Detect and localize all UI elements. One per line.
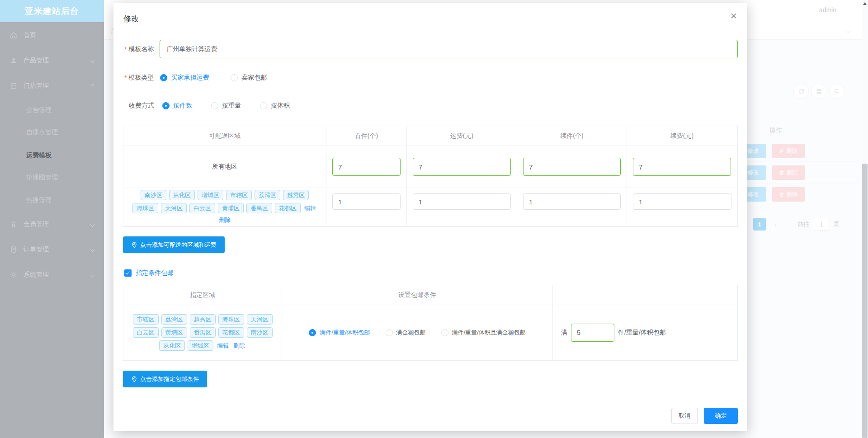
gear-icon xyxy=(10,271,17,278)
sidebar-item-home[interactable]: 首页 xyxy=(0,26,104,44)
sidebar-item-system[interactable]: 系统管理 xyxy=(0,266,104,284)
modal-title: 修改 xyxy=(123,14,139,24)
region-tag: 白云区 xyxy=(189,203,215,213)
add-condition-button[interactable]: 点击添加指定包邮条件 xyxy=(123,371,207,387)
chevron-down-icon xyxy=(90,222,95,226)
delete-button[interactable]: 删除 xyxy=(772,165,805,180)
conditional-free-shipping-checkbox[interactable]: 指定条件包邮 xyxy=(124,269,174,277)
delete-region-link[interactable]: 删除 xyxy=(219,216,231,224)
trash-icon xyxy=(779,192,784,197)
scroll-up-icon[interactable] xyxy=(863,2,867,5)
edit-region-link[interactable]: 编辑 xyxy=(217,342,229,350)
first-piece-input[interactable] xyxy=(332,193,401,210)
chevron-down-icon[interactable] xyxy=(846,29,851,33)
add-region-button[interactable]: 点击添加可配送的区域和运费 xyxy=(123,236,225,253)
template-name-input[interactable] xyxy=(160,40,738,58)
region-tag: 越秀区 xyxy=(190,314,216,325)
sidebar: 亚米建站后台 首页 产品管理 门店管理 公告管理 自提点管理 运费模板 轮播图管… xyxy=(0,0,104,438)
region-tag: 南沙区 xyxy=(141,190,166,200)
fee-cell xyxy=(407,146,517,188)
cancel-button[interactable]: 取消 xyxy=(671,408,698,424)
scrollbar[interactable] xyxy=(862,0,868,438)
next-fee-cell xyxy=(627,146,737,188)
threshold-prefix: 满 xyxy=(561,329,567,337)
chevron-down-icon xyxy=(90,58,95,63)
app-logo: 亚米建站后台 xyxy=(0,0,104,22)
delete-button[interactable]: 删除 xyxy=(772,187,805,202)
column-header: 运费(元) xyxy=(407,126,517,146)
radio-icon xyxy=(211,102,218,109)
region-tag: 白云区 xyxy=(133,327,159,338)
shop-icon xyxy=(10,82,17,89)
region-tag: 荔湾区 xyxy=(255,190,280,200)
charge-method-row: 收费方式 按件数 按重量 按体积 xyxy=(129,99,290,113)
column-settings-button[interactable] xyxy=(811,84,826,99)
shipping-fee-table: 可配送区域 首件(个) 运费(元) 续件(个) 续费(元) 所有地区 南沙区 从… xyxy=(123,126,738,227)
page-suffix: 页 xyxy=(834,220,840,228)
sidebar-subitem-shipping-templates[interactable]: 运费模板 xyxy=(0,147,104,164)
column-header xyxy=(553,285,737,305)
region-tag: 荔湾区 xyxy=(161,314,187,325)
region-tag: 海珠区 xyxy=(132,203,158,213)
confirm-button[interactable]: 确定 xyxy=(704,408,738,424)
radio-by-volume[interactable]: 按体积 xyxy=(260,102,290,110)
region-tag: 从化区 xyxy=(159,340,185,351)
next-fee-input[interactable] xyxy=(633,193,731,210)
radio-icon xyxy=(441,329,448,336)
sidebar-item-label: 产品管理 xyxy=(24,57,49,65)
radio-buyer-pays[interactable]: 买家承担运费 xyxy=(160,74,209,82)
chevron-down-icon xyxy=(90,273,95,277)
threshold-input[interactable] xyxy=(571,324,614,342)
region-tag: 花都区 xyxy=(218,327,244,338)
column-header: 指定区域 xyxy=(123,285,282,305)
region-tag: 市辖区 xyxy=(133,314,159,325)
region-tag: 黄埔区 xyxy=(218,203,244,213)
trash-icon xyxy=(779,170,784,175)
radio-seller-free[interactable]: 卖家包邮 xyxy=(231,74,267,82)
radio-full-amount-free[interactable]: 满金额包邮 xyxy=(386,329,426,337)
region-tag: 市辖区 xyxy=(226,190,252,200)
radio-piece-and-amount-free[interactable]: 满件/重量/体积且满金额包邮 xyxy=(441,329,526,337)
goto-page-input[interactable] xyxy=(813,218,830,231)
next-page-button[interactable]: › xyxy=(769,218,782,231)
template-type-label: 模板类型 xyxy=(128,74,154,82)
region-tag: 从化区 xyxy=(169,190,195,200)
next-piece-cell xyxy=(517,188,627,226)
refresh-icon xyxy=(798,88,805,95)
chevron-up-icon xyxy=(90,84,95,88)
sidebar-subitem-carousel[interactable]: 轮播图管理 xyxy=(0,170,104,186)
sidebar-item-orders[interactable]: 订单管理 xyxy=(0,240,104,259)
next-piece-input[interactable] xyxy=(523,193,621,210)
radio-by-piece[interactable]: 按件数 xyxy=(162,102,192,110)
close-icon[interactable]: ✕ xyxy=(730,11,737,21)
sidebar-subitem-hot-search[interactable]: 热搜管理 xyxy=(0,192,104,208)
edit-region-link[interactable]: 编辑 xyxy=(304,204,316,212)
sidebar-subitem-announcements[interactable]: 公告管理 xyxy=(0,102,104,118)
radio-by-weight[interactable]: 按重量 xyxy=(211,102,241,110)
page-number-active[interactable]: 1 xyxy=(753,218,766,231)
first-piece-input[interactable] xyxy=(332,158,401,176)
sidebar-item-label: 系统管理 xyxy=(24,271,49,279)
goto-label: 前往 xyxy=(797,220,809,228)
order-icon xyxy=(10,246,17,253)
sidebar-item-members[interactable]: 会员管理 xyxy=(0,215,104,233)
refresh-button[interactable] xyxy=(793,84,809,99)
delete-button[interactable]: 删除 xyxy=(772,144,805,158)
next-piece-input[interactable] xyxy=(523,158,621,176)
search-toggle-button[interactable] xyxy=(829,84,844,99)
fee-input[interactable] xyxy=(413,193,511,210)
radio-icon xyxy=(160,74,167,81)
chevron-down-icon xyxy=(90,247,95,252)
sidebar-item-products[interactable]: 产品管理 xyxy=(0,52,104,70)
sidebar-item-label: 订单管理 xyxy=(24,245,49,254)
fee-input[interactable] xyxy=(413,158,511,176)
next-fee-input[interactable] xyxy=(633,158,731,176)
user-menu[interactable]: admin xyxy=(819,6,836,14)
region-tag: 增城区 xyxy=(188,340,213,351)
radio-full-piece-free[interactable]: 满件/重量/体积包邮 xyxy=(309,329,370,337)
sidebar-item-label: 会员管理 xyxy=(24,220,49,228)
sidebar-item-stores[interactable]: 门店管理 xyxy=(0,77,104,95)
sidebar-subitem-pickup-points[interactable]: 自提点管理 xyxy=(0,124,104,141)
delete-region-link[interactable]: 删除 xyxy=(233,342,245,350)
scrollbar-thumb[interactable] xyxy=(862,164,868,438)
